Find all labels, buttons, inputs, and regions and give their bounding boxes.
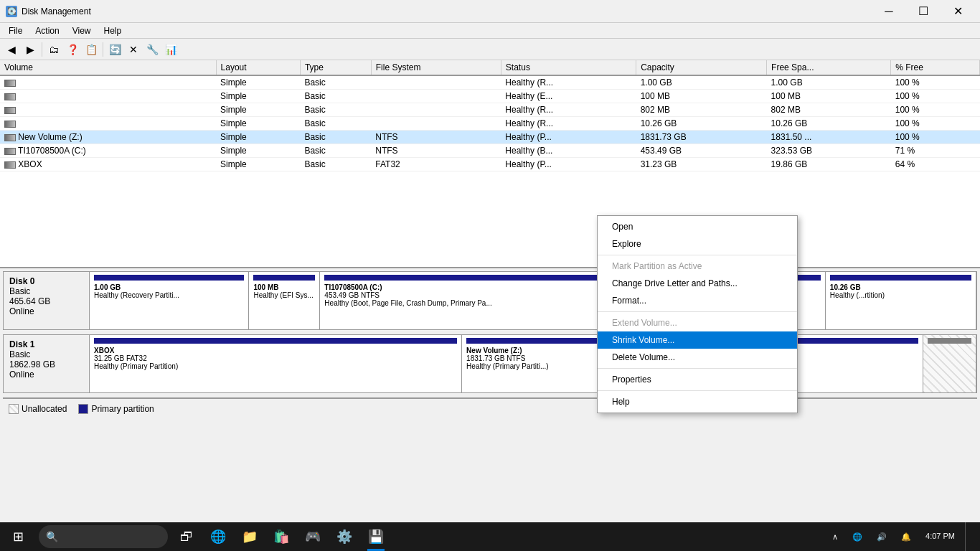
unalloc-legend-label: Unallocated xyxy=(22,404,67,414)
table-row[interactable]: Simple Basic Healthy (R... 802 MB 802 MB… xyxy=(0,103,980,117)
taskbar-search[interactable]: 🔍 xyxy=(39,525,168,548)
volume-table: Volume Layout Type File System Status Ca… xyxy=(0,60,980,171)
taskbar-right: ∧ 🌐 🔊 🔔 4:07 PM xyxy=(822,522,980,551)
disk-map-button[interactable]: 🗂 xyxy=(45,41,62,58)
primary-legend-label: Primary partition xyxy=(91,404,154,414)
rescan-button[interactable]: 🔄 xyxy=(106,41,123,58)
partition-label: 100 MB xyxy=(253,283,315,291)
refresh-button[interactable]: 📊 xyxy=(162,41,179,58)
partition-label: 1.00 GB xyxy=(94,283,244,291)
show-desktop-button[interactable] xyxy=(965,522,974,551)
maximize-button[interactable]: ☐ xyxy=(907,0,940,23)
partition-label: 31.25 GB FAT32 xyxy=(94,354,457,362)
title-bar: 💽 Disk Management ─ ☐ ✕ xyxy=(0,0,980,23)
network-icon[interactable]: 🌐 xyxy=(848,522,867,551)
forward-button[interactable]: ▶ xyxy=(22,41,39,58)
context-menu-item-mark-active: Mark Partition as Active xyxy=(598,258,797,275)
col-pctfree[interactable]: % Free xyxy=(891,60,980,75)
col-type[interactable]: Type xyxy=(300,60,371,75)
disk-label: Disk 0Basic465.64 GBOnline xyxy=(4,272,90,329)
explorer-button[interactable]: 📁 xyxy=(234,522,265,551)
col-status[interactable]: Status xyxy=(501,60,636,75)
context-menu-separator xyxy=(598,311,797,312)
partition-label: Healthy (Recovery Partiti... xyxy=(94,291,244,299)
clock[interactable]: 4:07 PM xyxy=(921,522,959,551)
volume-table-area: Volume Layout Type File System Status Ca… xyxy=(0,60,980,268)
app-icon: 💽 xyxy=(6,6,17,17)
partition[interactable]: 10.26 GBHealthy (...rtition) xyxy=(826,272,976,329)
menu-bar: File Action View Help xyxy=(0,23,980,39)
context-menu-item-extend: Extend Volume... xyxy=(598,314,797,331)
cancel-button[interactable]: ✕ xyxy=(125,41,142,58)
partition[interactable]: 100 MBHealthy (EFI Sys... xyxy=(249,272,320,329)
minimize-button[interactable]: ─ xyxy=(872,0,905,23)
diskmgmt-taskbar-button[interactable]: 💾 xyxy=(360,522,392,551)
help-button[interactable]: ❓ xyxy=(64,41,81,58)
context-menu-item-properties[interactable]: Properties xyxy=(598,371,797,388)
partition-label: Healthy (...rtition) xyxy=(830,291,971,299)
context-menu-item-explore[interactable]: Explore xyxy=(598,235,797,253)
notification-icon[interactable]: 🔔 xyxy=(897,522,915,551)
back-button[interactable]: ◀ xyxy=(3,41,20,58)
context-menu: OpenExploreMark Partition as ActiveChang… xyxy=(597,215,798,413)
menu-view[interactable]: View xyxy=(67,24,97,37)
disk-label: Disk 1Basic1862.98 GBOnline xyxy=(4,335,90,392)
context-menu-item-open[interactable]: Open xyxy=(598,218,797,235)
settings-button[interactable]: ⚙️ xyxy=(329,522,360,551)
context-menu-item-delete[interactable]: Delete Volume... xyxy=(598,349,797,366)
context-menu-separator xyxy=(598,390,797,391)
table-row[interactable]: Simple Basic Healthy (E... 100 MB 100 MB… xyxy=(0,90,980,103)
disk-partitions: 1.00 GBHealthy (Recovery Partiti...100 M… xyxy=(90,272,976,329)
store-button[interactable]: 🛍️ xyxy=(265,522,297,551)
context-menu-item-shrink[interactable]: Shrink Volume... xyxy=(598,331,797,349)
context-menu-item-help[interactable]: Help xyxy=(598,393,797,410)
context-menu-separator xyxy=(598,255,797,255)
close-button[interactable]: ✕ xyxy=(941,0,974,23)
col-capacity[interactable]: Capacity xyxy=(636,60,767,75)
table-row[interactable]: Simple Basic Healthy (R... 10.26 GB 10.2… xyxy=(0,117,980,131)
partition[interactable]: XBOX31.25 GB FAT32Healthy (Primary Parti… xyxy=(90,335,462,392)
toolbar: ◀ ▶ 🗂 ❓ 📋 🔄 ✕ 🔧 📊 xyxy=(0,39,980,60)
partition[interactable] xyxy=(923,335,976,392)
col-freespace[interactable]: Free Spa... xyxy=(767,60,891,75)
volume-icon[interactable]: 🔊 xyxy=(872,522,891,551)
col-filesystem[interactable]: File System xyxy=(371,60,501,75)
disk-row: Disk 1Basic1862.98 GBOnlineXBOX31.25 GB … xyxy=(3,334,977,393)
primary-legend-box xyxy=(78,404,88,414)
time-display: 4:07 PM xyxy=(925,531,955,542)
partition-label: Healthy (Primary Partition) xyxy=(94,362,457,370)
table-row[interactable]: Simple Basic Healthy (R... 1.00 GB 1.00 … xyxy=(0,75,980,90)
disk-partitions: XBOX31.25 GB FAT32Healthy (Primary Parti… xyxy=(90,335,976,392)
partition-label: 10.26 GB xyxy=(830,283,971,291)
window-controls: ─ ☐ ✕ xyxy=(872,0,974,23)
menu-help[interactable]: Help xyxy=(98,24,128,37)
edge-button[interactable]: 🌐 xyxy=(202,522,234,551)
volume-list-button[interactable]: 📋 xyxy=(83,41,100,58)
context-menu-item-format[interactable]: Format... xyxy=(598,292,797,309)
taskbar-apps: 🗗 🌐 📁 🛍️ 🎮 ⚙️ 💾 xyxy=(171,522,822,551)
status-bar: Unallocated Primary partition xyxy=(3,397,977,419)
xbox-button[interactable]: 🎮 xyxy=(297,522,329,551)
partition-label: XBOX xyxy=(94,347,457,354)
start-button[interactable]: ⊞ xyxy=(0,522,36,551)
partition-label: Healthy (EFI Sys... xyxy=(253,291,315,299)
context-menu-separator xyxy=(598,368,797,369)
table-row[interactable]: TI10708500A (C:) Simple Basic NTFS Healt… xyxy=(0,144,980,158)
properties-button[interactable]: 🔧 xyxy=(143,41,161,58)
unalloc-legend-box xyxy=(9,404,19,414)
menu-action[interactable]: Action xyxy=(29,24,65,37)
disk-area: Disk 0Basic465.64 GBOnline1.00 GBHealthy… xyxy=(0,268,980,522)
taskview-button[interactable]: 🗗 xyxy=(171,522,202,551)
context-menu-item-change-drive[interactable]: Change Drive Letter and Paths... xyxy=(598,275,797,292)
col-layout[interactable]: Layout xyxy=(216,60,300,75)
table-row[interactable]: New Volume (Z:) Simple Basic NTFS Health… xyxy=(0,131,980,144)
disk-row: Disk 0Basic465.64 GBOnline1.00 GBHealthy… xyxy=(3,271,977,330)
menu-file[interactable]: File xyxy=(3,24,28,37)
partition[interactable]: 1.00 GBHealthy (Recovery Partiti... xyxy=(90,272,249,329)
window-title: Disk Management xyxy=(22,6,91,17)
col-volume[interactable]: Volume xyxy=(0,60,216,75)
table-row[interactable]: XBOX Simple Basic FAT32 Healthy (P... 31… xyxy=(0,158,980,171)
chevron-up-button[interactable]: ∧ xyxy=(828,522,842,551)
taskbar: ⊞ 🔍 🗗 🌐 📁 🛍️ 🎮 ⚙️ 💾 ∧ 🌐 🔊 🔔 4:07 PM xyxy=(0,522,980,551)
